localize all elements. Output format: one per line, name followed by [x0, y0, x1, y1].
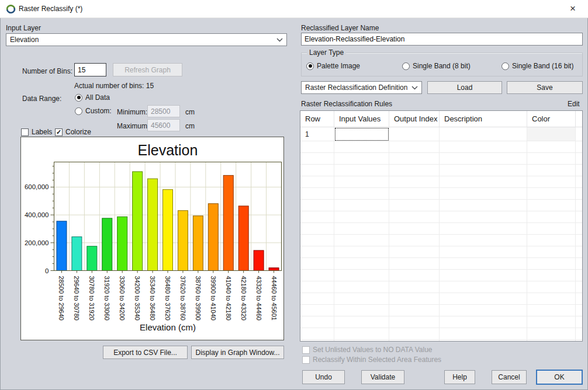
app-logo-icon	[6, 4, 16, 14]
chart-bar[interactable]	[178, 211, 188, 271]
all-data-radio[interactable]: All Data	[75, 93, 110, 102]
chevron-down-icon	[411, 83, 418, 92]
radio-unselected-icon	[402, 62, 410, 70]
color-cell[interactable]	[527, 127, 576, 141]
svg-text:33060 to 34200: 33060 to 34200	[119, 276, 126, 321]
table-row[interactable]	[300, 235, 582, 246]
table-row[interactable]	[300, 305, 582, 316]
reclassified-name-input[interactable]	[301, 33, 583, 46]
input-layer-combo[interactable]: Elevation	[6, 33, 287, 46]
column-header-row[interactable]: Row	[300, 111, 334, 127]
rules-table: Row Input Values Output Index Descriptio…	[300, 110, 583, 342]
display-graph-button[interactable]: Display in Graph Window...	[191, 346, 284, 359]
actual-bins-text: Actual number of bins: 15	[74, 82, 154, 90]
table-row[interactable]	[300, 165, 582, 176]
checkbox-unchecked-icon	[302, 356, 310, 364]
edit-link[interactable]: Edit	[568, 100, 580, 108]
table-row[interactable]	[300, 153, 582, 165]
table-row[interactable]	[300, 200, 582, 211]
output-index-cell[interactable]	[389, 127, 440, 141]
svg-text:34200 to 35340: 34200 to 35340	[134, 276, 141, 321]
svg-text:41040 to 42180: 41040 to 42180	[225, 276, 232, 321]
table-row[interactable]	[300, 293, 582, 305]
chart-bar[interactable]	[72, 237, 82, 271]
export-csv-button[interactable]: Export to CSV File...	[103, 346, 188, 359]
close-icon[interactable]: ×	[561, 0, 584, 17]
colorize-checkbox[interactable]: ✓ Colorize	[55, 128, 91, 136]
column-header-output-index[interactable]: Output Index	[389, 111, 440, 127]
table-row[interactable]	[300, 281, 582, 293]
help-button[interactable]: Help	[444, 370, 475, 384]
chart-bar[interactable]	[269, 268, 279, 271]
cancel-button[interactable]: Cancel	[492, 370, 527, 384]
chart-bar[interactable]	[238, 206, 248, 271]
svg-text:200,000: 200,000	[25, 239, 49, 246]
chart-bar[interactable]	[57, 221, 67, 271]
undo-button[interactable]: Undo	[302, 370, 345, 384]
set-unlisted-checkbox-label: Set Unlisted Values to NO DATA Value	[313, 346, 433, 354]
table-row[interactable]	[300, 340, 582, 342]
table-row[interactable]	[300, 141, 582, 153]
colorize-checkbox-label: Colorize	[65, 128, 91, 136]
chart-bar[interactable]	[163, 190, 173, 271]
chart-bar[interactable]	[117, 217, 127, 270]
single-band-16bit-radio[interactable]: Single Band (16 bit)	[501, 62, 573, 70]
chart-bar[interactable]	[133, 172, 143, 271]
table-row[interactable]	[300, 211, 582, 223]
input-values-cell[interactable]	[334, 127, 389, 141]
definition-combo[interactable]: Raster Reclassification Definition	[301, 81, 422, 94]
chart-bar[interactable]	[208, 204, 218, 271]
palette-image-radio-label: Palette Image	[317, 62, 360, 70]
chart-bar[interactable]	[223, 175, 233, 270]
column-header-color[interactable]: Color	[527, 111, 576, 127]
single-band-8bit-radio[interactable]: Single Band (8 bit)	[402, 62, 471, 70]
table-row[interactable]	[300, 188, 582, 200]
minimum-label: Minimum:	[117, 108, 147, 116]
maximum-unit-label: cm	[185, 122, 195, 130]
svg-text:38760 to 39900: 38760 to 39900	[195, 276, 202, 321]
minimum-unit-label: cm	[185, 108, 195, 116]
svg-text:42180 to 43320: 42180 to 43320	[240, 276, 247, 321]
table-row[interactable]	[300, 328, 582, 340]
input-layer-value: Elevation	[10, 36, 39, 44]
svg-text:600,000: 600,000	[25, 183, 49, 190]
row-number-cell[interactable]: 1	[300, 127, 334, 141]
title-bar: Raster Reclassify (*) ×	[0, 0, 588, 18]
column-header-input-values[interactable]: Input Values	[334, 111, 389, 127]
svg-text:30780 to 31920: 30780 to 31920	[88, 276, 95, 321]
chart-bar[interactable]	[193, 216, 203, 271]
table-row[interactable]	[300, 270, 582, 281]
chart-bar[interactable]	[254, 250, 264, 271]
column-header-description[interactable]: Description	[440, 111, 527, 127]
chart-bar[interactable]	[102, 218, 112, 271]
description-cell[interactable]	[440, 127, 527, 141]
svg-text:39900 to 41040: 39900 to 41040	[210, 276, 217, 321]
table-row[interactable]	[300, 223, 582, 235]
chart-bar[interactable]	[87, 246, 97, 271]
rules-table-empty-rows	[300, 141, 582, 342]
table-row: 1	[300, 127, 582, 141]
refresh-graph-button: Refresh Graph	[113, 63, 182, 76]
data-range-label: Data Range:	[22, 95, 61, 103]
svg-text:28500 to 29640: 28500 to 29640	[58, 276, 65, 321]
table-row[interactable]	[300, 316, 582, 328]
window-title: Raster Reclassify (*)	[19, 5, 82, 13]
checkbox-unchecked-icon	[302, 346, 310, 354]
ok-button[interactable]: OK	[536, 370, 583, 385]
save-button[interactable]: Save	[507, 81, 583, 94]
maximum-label: Maximum:	[117, 122, 149, 130]
number-of-bins-input[interactable]	[74, 63, 106, 76]
palette-image-radio[interactable]: Palette Image	[306, 62, 360, 70]
chart-bar[interactable]	[148, 179, 158, 270]
chevron-down-icon	[276, 36, 283, 44]
custom-radio[interactable]: Custom:	[75, 107, 112, 115]
checkbox-checked-icon: ✓	[55, 128, 63, 136]
table-row[interactable]	[300, 258, 582, 270]
svg-text:Elevation: Elevation	[138, 142, 198, 158]
labels-checkbox[interactable]: Labels	[21, 128, 52, 136]
load-button[interactable]: Load	[427, 81, 502, 94]
minimum-input	[147, 105, 180, 117]
table-row[interactable]	[300, 246, 582, 258]
validate-button[interactable]: Validate	[361, 370, 404, 384]
table-row[interactable]	[300, 176, 582, 188]
